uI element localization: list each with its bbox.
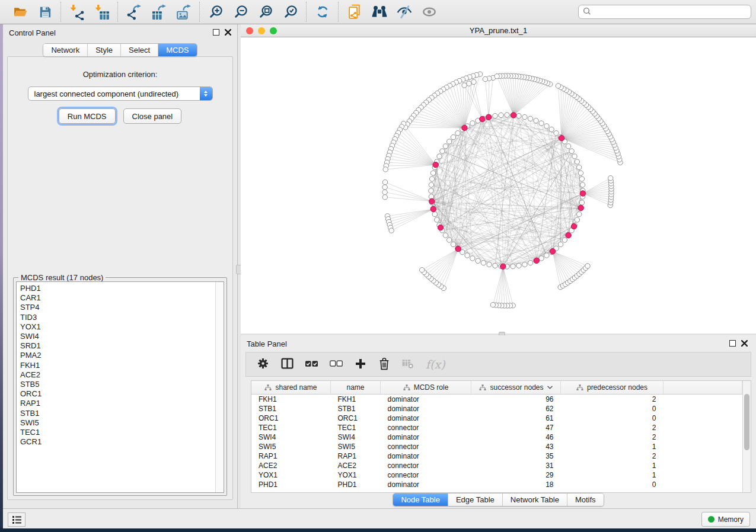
zoom-in-icon[interactable] xyxy=(207,3,225,21)
table-scrollbar[interactable] xyxy=(742,381,751,492)
mcds-result-item[interactable]: SWI5 xyxy=(20,418,215,428)
mcds-result-item[interactable]: RAP1 xyxy=(20,399,215,408)
column-type-icon xyxy=(403,384,410,391)
control-panel-tabs: NetworkStyleSelectMCDS xyxy=(43,43,197,57)
float-panel-icon[interactable] xyxy=(213,29,219,36)
table-row[interactable]: FKH1FKH1dominator962 xyxy=(251,395,742,405)
mcds-result-title: MCDS result (17 nodes) xyxy=(18,273,106,282)
search-input[interactable] xyxy=(592,7,747,17)
split-panel-icon[interactable] xyxy=(281,358,294,371)
mcds-result-item[interactable]: YOX1 xyxy=(20,322,215,332)
toolbar-search-box[interactable] xyxy=(578,5,751,19)
column-header-name[interactable]: name xyxy=(331,381,381,395)
add-column-icon[interactable] xyxy=(355,358,366,371)
mcds-result-item[interactable]: FKH1 xyxy=(20,361,215,370)
select-all-icon[interactable] xyxy=(305,360,318,369)
table-row[interactable]: TEC1TEC1connector472 xyxy=(251,423,742,432)
mcds-result-item[interactable]: TEC1 xyxy=(20,428,215,437)
table-cell: FKH1 xyxy=(331,395,381,405)
tab-edge-table[interactable]: Edge Table xyxy=(448,493,502,506)
close-panel-button[interactable]: Close panel xyxy=(123,108,182,124)
control-panel: Control Panel NetworkStyleSelectMCDS Opt… xyxy=(3,24,238,508)
table-cell-filler xyxy=(664,395,742,405)
export-image-icon[interactable] xyxy=(175,3,193,21)
table-cell: 1 xyxy=(561,470,664,480)
list-scrollbar[interactable] xyxy=(215,282,224,492)
deselect-all-icon[interactable] xyxy=(330,360,343,369)
table-cell: connector xyxy=(381,442,471,451)
zoom-out-icon[interactable] xyxy=(232,3,250,21)
import-network-icon[interactable] xyxy=(68,3,86,21)
mcds-result-item[interactable]: TID3 xyxy=(20,313,215,322)
column-type-icon xyxy=(576,384,583,391)
table-row[interactable]: ACE2ACE2connector311 xyxy=(251,461,742,470)
tab-style[interactable]: Style xyxy=(87,44,120,56)
tab-mcds[interactable]: MCDS xyxy=(158,44,196,56)
table-row[interactable]: ORC1ORC1dominator610 xyxy=(251,414,742,423)
table-cell: SWI5 xyxy=(331,442,381,451)
criterion-dropdown[interactable]: largest connected component (undirected) xyxy=(28,86,213,101)
tab-node-table[interactable]: Node Table xyxy=(393,493,448,506)
run-mcds-button[interactable]: Run MCDS xyxy=(59,108,116,124)
column-header-mcds-role[interactable]: MCDS role xyxy=(381,381,471,395)
mcds-result-item[interactable]: STB5 xyxy=(20,380,215,389)
mcds-result-item[interactable]: STP4 xyxy=(20,303,215,312)
mcds-result-item[interactable]: ORC1 xyxy=(20,389,215,399)
save-session-icon[interactable] xyxy=(36,3,54,21)
zoom-fit-icon[interactable] xyxy=(257,3,275,21)
table-row[interactable]: YOX1YOX1connector291 xyxy=(251,470,742,480)
table-row[interactable]: RAP1RAP1dominator352 xyxy=(251,451,742,461)
network-window-titlebar[interactable]: YPA_prune.txt_1 xyxy=(241,24,756,37)
task-list-icon xyxy=(12,515,22,524)
open-file-icon[interactable] xyxy=(11,3,29,21)
mcds-result-item[interactable]: SRD1 xyxy=(20,341,215,351)
zoom-selected-icon[interactable] xyxy=(282,3,299,21)
mcds-result-item[interactable]: PHD1 xyxy=(20,284,215,293)
tab-motifs[interactable]: Motifs xyxy=(567,493,604,506)
column-header-successor-nodes[interactable]: successor nodes xyxy=(471,381,561,395)
import-table-icon[interactable] xyxy=(93,3,111,21)
mcds-result-list[interactable]: PHD1CAR1STP4TID3YOX1SWI4SRD1PMA2FKH1ACE2… xyxy=(16,281,224,493)
scrollbar-thumb[interactable] xyxy=(744,394,749,450)
table-cell: SWI4 xyxy=(251,432,331,442)
mcds-result-item[interactable]: STB1 xyxy=(20,409,215,418)
network-view-canvas[interactable] xyxy=(241,37,756,334)
float-panel-icon[interactable] xyxy=(729,340,736,347)
hide-graphics-details-icon[interactable] xyxy=(395,3,413,21)
table-cell: connector xyxy=(381,470,471,480)
task-history-button[interactable] xyxy=(8,512,25,527)
find-binoculars-icon[interactable] xyxy=(371,3,388,21)
table-cell: SWI5 xyxy=(251,442,331,451)
mcds-result-item[interactable]: SWI4 xyxy=(20,332,215,341)
mcds-result-item[interactable]: ACE2 xyxy=(20,370,215,380)
control-panel-title: Control Panel xyxy=(9,28,56,37)
gear-icon[interactable] xyxy=(257,357,269,371)
node-table[interactable]: shared namenameMCDS rolesuccessor nodesp… xyxy=(251,380,751,493)
table-cell: 2 xyxy=(561,395,664,405)
mcds-result-item[interactable]: CAR1 xyxy=(20,293,215,303)
tab-select[interactable]: Select xyxy=(120,44,158,56)
table-cell: dominator xyxy=(381,404,471,414)
duplicate-network-icon[interactable] xyxy=(346,3,363,21)
mcds-result-item[interactable]: PMA2 xyxy=(20,351,215,360)
column-header-shared-name[interactable]: shared name xyxy=(251,381,331,395)
table-row[interactable]: SWI5SWI5connector431 xyxy=(251,442,742,451)
close-panel-icon[interactable] xyxy=(741,340,748,347)
network-graph[interactable] xyxy=(241,37,756,334)
application-window: Control Panel NetworkStyleSelectMCDS Opt… xyxy=(0,0,756,532)
memory-button[interactable]: Memory xyxy=(701,512,750,527)
export-network-icon[interactable] xyxy=(125,3,143,21)
table-row[interactable]: PHD1PHD1dominator180 xyxy=(251,480,742,489)
table-row[interactable]: STB1STB1dominator620 xyxy=(251,404,742,414)
table-row[interactable]: SWI4SWI4dominator462 xyxy=(251,432,742,442)
export-table-icon[interactable] xyxy=(150,3,168,21)
refresh-layout-icon[interactable] xyxy=(314,3,331,21)
table-cell: connector xyxy=(381,423,471,432)
delete-column-icon[interactable] xyxy=(378,357,390,372)
tab-network[interactable]: Network xyxy=(43,44,87,56)
mcds-result-item[interactable]: GCR1 xyxy=(20,437,215,447)
close-panel-icon[interactable] xyxy=(225,29,231,36)
show-graphics-details-icon-disabled xyxy=(420,3,438,21)
column-header-predecessor-nodes[interactable]: predecessor nodes xyxy=(561,381,664,395)
tab-network-table[interactable]: Network Table xyxy=(502,493,567,506)
